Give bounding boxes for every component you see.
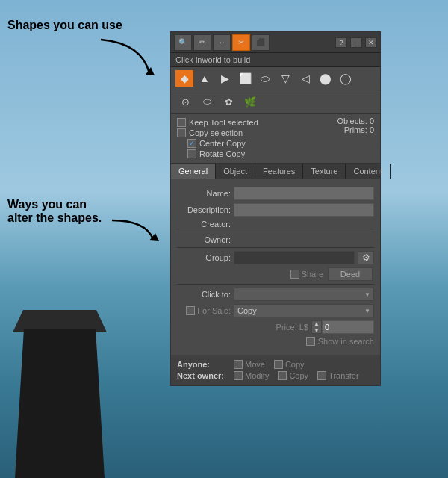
- anyone-move-item: Move: [234, 360, 265, 369]
- toolbar-tools: 🔍 ✏ ↔ ✂ ⬛: [174, 34, 270, 51]
- copy-selection-label: Copy selection: [189, 128, 243, 137]
- shape-grass[interactable]: ✿: [219, 93, 238, 110]
- price-row: Price: L$ ▲ ▼: [177, 320, 374, 334]
- shape-cone[interactable]: ▲: [196, 70, 214, 87]
- help-button[interactable]: ?: [335, 37, 347, 48]
- next-modify-checkbox[interactable]: [234, 371, 243, 380]
- click-to-dropdown[interactable]: ▼: [234, 288, 374, 301]
- shapes-row-2: ⊙ ⬭ ✿ 🌿: [171, 90, 380, 114]
- price-down-icon: ▼: [314, 327, 320, 334]
- creator-row: Creator:: [177, 220, 374, 229]
- shape-pyramid[interactable]: ▽: [276, 70, 294, 87]
- tool-btn-square[interactable]: ⬛: [252, 34, 270, 51]
- description-input[interactable]: [234, 203, 374, 217]
- shape-tetra[interactable]: ◁: [296, 70, 314, 87]
- price-up-icon: ▲: [314, 320, 320, 327]
- keep-tool-checkbox[interactable]: [177, 118, 186, 127]
- for-sale-row: For Sale: Copy ▼: [177, 304, 374, 317]
- price-input[interactable]: [322, 320, 374, 334]
- tab-content[interactable]: Content: [346, 164, 391, 179]
- center-copy-label: Center Copy: [199, 139, 246, 148]
- shape-sculpt[interactable]: ⬭: [197, 93, 217, 110]
- next-modify-item: Modify: [234, 371, 269, 380]
- sale-type-dropdown[interactable]: Copy ▼: [234, 304, 374, 317]
- group-tool-icon[interactable]: ⚙: [358, 251, 374, 264]
- tool-btn-search[interactable]: 🔍: [174, 34, 192, 51]
- description-row: Description:: [177, 203, 374, 217]
- minimize-button[interactable]: –: [350, 37, 362, 48]
- show-search-row: Show in search: [177, 337, 374, 346]
- objects-count: Objects: 0: [337, 117, 374, 125]
- for-sale-checkbox[interactable]: [186, 306, 195, 315]
- shape-cube[interactable]: ◆: [175, 70, 193, 87]
- share-checkbox[interactable]: [290, 270, 299, 279]
- shape-cylinder[interactable]: ⬤: [317, 70, 335, 87]
- tab-features[interactable]: Features: [255, 164, 303, 179]
- rotate-copy-checkbox[interactable]: [187, 149, 196, 158]
- sale-dropdown-arrow-icon: ▼: [364, 308, 370, 314]
- next-copy-label: Copy: [289, 371, 308, 380]
- divider-2: [177, 247, 374, 248]
- checkboxes-area: Keep Tool selected Copy selection Center…: [171, 114, 380, 164]
- owner-row: Owner:: [177, 235, 374, 244]
- next-copy-checkbox[interactable]: [278, 371, 287, 380]
- prims-count: Prims: 0: [337, 125, 374, 134]
- next-transfer-item: Transfer: [317, 371, 359, 380]
- click-to-row: Click to: ▼: [177, 288, 374, 301]
- tower: [15, 329, 105, 478]
- shape-torus[interactable]: ⬭: [256, 70, 274, 87]
- tab-general[interactable]: General: [171, 164, 216, 179]
- share-text: Share: [302, 270, 323, 279]
- name-label: Name:: [177, 189, 231, 198]
- deed-button[interactable]: Deed: [328, 267, 373, 281]
- objects-prims: Objects: 0 Prims: 0: [337, 117, 374, 134]
- group-label: Group:: [177, 253, 231, 262]
- form-content: Name: Description: Creator: Owner: Group…: [171, 179, 380, 353]
- close-button[interactable]: ✕: [365, 37, 377, 48]
- anyone-copy-item: Copy: [274, 360, 305, 369]
- center-copy-checkbox[interactable]: [187, 139, 196, 148]
- center-copy-row: Center Copy: [177, 139, 374, 148]
- objects-value: 0: [370, 117, 374, 125]
- price-label: Price: L$: [276, 323, 308, 332]
- copy-selection-checkbox[interactable]: [177, 128, 186, 137]
- divider-1: [177, 232, 374, 232]
- show-search-label: Show in search: [318, 337, 374, 346]
- prims-label: Prims:: [344, 125, 367, 134]
- tab-texture[interactable]: Texture: [303, 164, 346, 179]
- annotation-ways: Ways you can alter the shapes.: [7, 198, 102, 225]
- shapes-text: Shapes you can use: [7, 19, 122, 31]
- group-row: Group: ⚙: [177, 251, 374, 264]
- price-spinner-buttons[interactable]: ▲ ▼: [311, 320, 322, 334]
- group-input[interactable]: [234, 251, 355, 264]
- for-sale-text: For Sale:: [197, 306, 231, 315]
- anyone-copy-checkbox[interactable]: [274, 360, 283, 369]
- objects-label: Objects:: [337, 117, 367, 125]
- tool-btn-move[interactable]: ↔: [213, 34, 231, 51]
- shape-prism[interactable]: ▶: [216, 70, 234, 87]
- shape-tube[interactable]: ◯: [337, 70, 355, 87]
- tool-btn-pencil[interactable]: ✏: [193, 34, 211, 51]
- show-search-checkbox[interactable]: [306, 337, 315, 346]
- for-sale-label: For Sale:: [177, 306, 231, 315]
- tab-object[interactable]: Object: [216, 164, 255, 179]
- annotation-shapes: Shapes you can use: [7, 19, 122, 32]
- anyone-label: Anyone:: [177, 360, 231, 369]
- ways-text-line2: alter the shapes.: [7, 211, 102, 225]
- next-transfer-label: Transfer: [329, 371, 359, 380]
- subtitle: Click inworld to build: [171, 53, 380, 67]
- name-row: Name:: [177, 187, 374, 200]
- description-label: Description:: [177, 205, 231, 214]
- tool-btn-scissors[interactable]: ✂: [232, 34, 250, 51]
- titlebar: 🔍 ✏ ↔ ✂ ⬛ ? – ✕: [171, 32, 380, 53]
- shape-sphere[interactable]: ⬜: [236, 70, 254, 87]
- next-owner-row: Next owner: Modify Copy Transfer: [177, 371, 374, 380]
- shape-tree[interactable]: 🌿: [240, 93, 260, 110]
- next-transfer-checkbox[interactable]: [317, 371, 326, 380]
- shape-ring[interactable]: ⊙: [175, 93, 195, 110]
- anyone-move-checkbox[interactable]: [234, 360, 243, 369]
- anyone-copy-label: Copy: [285, 360, 305, 369]
- permissions-section: Anyone: Move Copy Next owner: Modify Cop…: [171, 355, 380, 385]
- name-input[interactable]: [234, 187, 374, 200]
- click-to-arrow-icon: ▼: [364, 291, 370, 298]
